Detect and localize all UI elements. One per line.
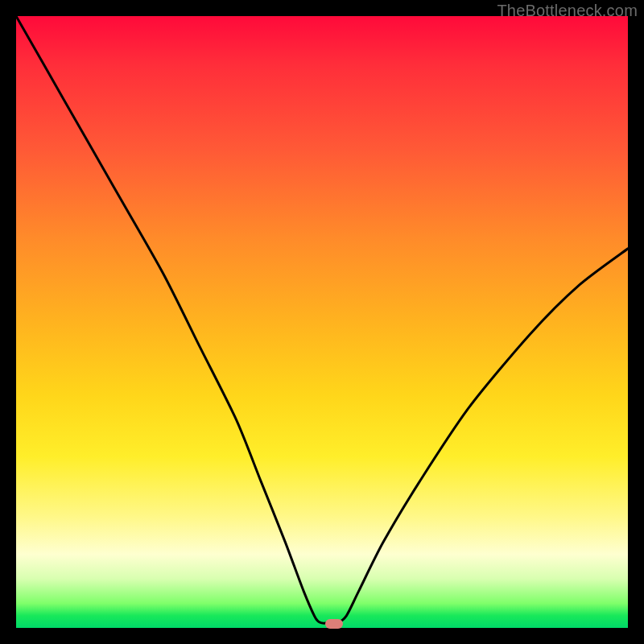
- optimum-marker: [325, 619, 343, 629]
- curve-svg: [16, 16, 628, 628]
- watermark-text: TheBottleneck.com: [497, 2, 638, 20]
- bottleneck-curve: [16, 16, 628, 623]
- chart-frame: TheBottleneck.com: [0, 0, 644, 644]
- plot-area: [16, 16, 628, 628]
